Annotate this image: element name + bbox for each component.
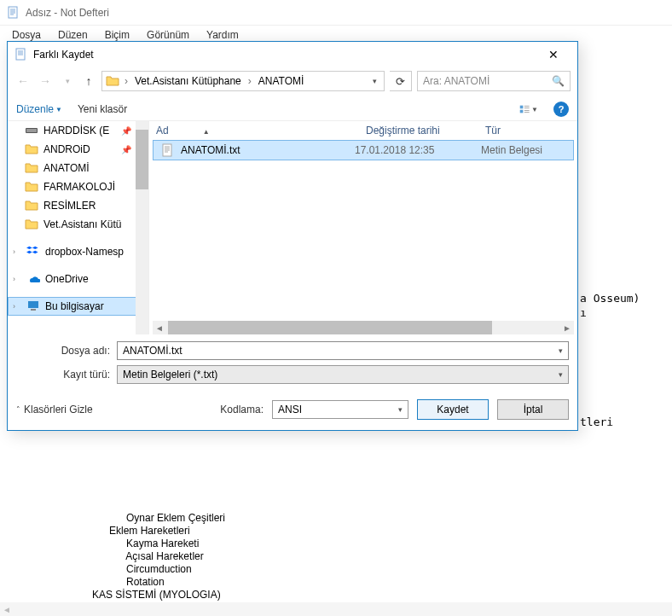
chevron-right-icon[interactable]: › bbox=[13, 275, 21, 283]
dialog-title: Farklı Kaydet bbox=[33, 49, 536, 61]
column-headers: Ad▲ Değiştirme tarihi Tür bbox=[149, 121, 577, 140]
nav-back-icon[interactable]: ← bbox=[14, 74, 32, 88]
col-date[interactable]: Değiştirme tarihi bbox=[366, 125, 485, 137]
filename-label: Dosya adı: bbox=[16, 345, 110, 357]
folder-icon bbox=[25, 199, 38, 212]
file-list[interactable]: Ad▲ Değiştirme tarihi Tür ANATOMİ.txt 17… bbox=[148, 121, 577, 334]
chevron-up-icon: ˄ bbox=[16, 405, 20, 414]
file-date: 17.01.2018 12:35 bbox=[355, 144, 474, 156]
svg-rect-5 bbox=[26, 129, 37, 132]
nav-forward-icon: → bbox=[37, 74, 54, 88]
textfile-icon bbox=[160, 143, 174, 157]
save-button[interactable]: Kaydet bbox=[417, 399, 489, 420]
onedrive-icon bbox=[26, 272, 40, 286]
tree-item-thispc[interactable]: › Bu bilgisayar bbox=[8, 297, 148, 316]
file-row[interactable]: ANATOMİ.txt 17.01.2018 12:35 Metin Belge… bbox=[153, 140, 574, 160]
nav-up-icon[interactable]: ↑ bbox=[81, 74, 96, 88]
crumb-2[interactable]: ANATOMİ bbox=[257, 75, 306, 87]
tree-item-harddisk[interactable]: HARDDİSK (E📌 bbox=[8, 121, 148, 140]
tree-item-onedrive[interactable]: › OneDrive bbox=[8, 270, 148, 288]
tree-item-farmakoloji[interactable]: FARMAKOLOJİ bbox=[8, 177, 148, 196]
svg-rect-6 bbox=[28, 301, 38, 308]
file-name: ANATOMİ.txt bbox=[181, 144, 348, 156]
col-name[interactable]: Ad▲ bbox=[156, 125, 366, 137]
bg-frag-tleri: tleri bbox=[580, 416, 613, 428]
breadcrumb[interactable]: › Vet.Asistanı Kütüphane › ANATOMİ ▾ bbox=[101, 71, 385, 91]
filename-form: Dosya adı: ANATOMİ.txt ▾ Kayıt türü: Met… bbox=[8, 334, 577, 392]
notepad-title: Adsız - Not Defteri bbox=[26, 7, 109, 19]
search-placeholder: Ara: ANATOMİ bbox=[423, 75, 490, 87]
sort-asc-icon: ▲ bbox=[203, 128, 210, 136]
save-as-dialog: Farklı Kaydet ✕ ← → ▾ ↑ › Vet.Asistanı K… bbox=[7, 41, 578, 431]
folder-icon bbox=[25, 218, 38, 231]
svg-rect-3 bbox=[520, 110, 524, 113]
chevron-down-icon[interactable]: ▾ bbox=[559, 370, 563, 379]
scroll-left-icon[interactable]: ◄ bbox=[0, 605, 14, 614]
bg-frag-i: ı bbox=[580, 306, 587, 319]
dialog-button-row: ˄Klasörleri Gizle Kodlama: ANSI ▾ Kaydet… bbox=[8, 392, 577, 430]
folder-icon bbox=[25, 142, 38, 156]
chevron-down-icon[interactable]: ▾ bbox=[398, 405, 403, 414]
new-folder-button[interactable]: Yeni klasör bbox=[78, 103, 127, 115]
scroll-right-icon[interactable]: ► bbox=[560, 323, 574, 333]
chevron-right-icon[interactable]: › bbox=[13, 247, 21, 256]
scroll-thumb[interactable] bbox=[168, 321, 492, 334]
hide-folders-toggle[interactable]: ˄Klasörleri Gizle bbox=[16, 404, 93, 416]
horizontal-scrollbar[interactable]: ◄ bbox=[0, 602, 672, 616]
svg-rect-7 bbox=[31, 309, 36, 311]
chevron-right-icon[interactable]: › bbox=[246, 75, 253, 87]
notepad-icon bbox=[7, 6, 20, 20]
nav-recent-icon[interactable]: ▾ bbox=[59, 77, 76, 85]
organize-menu[interactable]: Düzenle▼ bbox=[16, 103, 62, 115]
folder-icon bbox=[106, 74, 119, 88]
refresh-button[interactable]: ⟳ bbox=[390, 71, 412, 91]
dialog-titlebar: Farklı Kaydet ✕ bbox=[8, 42, 577, 67]
tree-item-resimler[interactable]: RESİMLER bbox=[8, 196, 148, 215]
close-button[interactable]: ✕ bbox=[536, 44, 571, 65]
tree-item-android[interactable]: ANDROiD📌 bbox=[8, 140, 148, 159]
tree-item-dropbox[interactable]: › dropbox-Namesp bbox=[8, 242, 148, 261]
file-type: Metin Belgesi bbox=[481, 144, 566, 156]
chevron-down-icon[interactable]: ▾ bbox=[369, 77, 380, 85]
folder-icon bbox=[25, 180, 38, 194]
dialog-toolbar: Düzenle▼ Yeni klasör ▼ ? bbox=[8, 98, 577, 121]
filelist-hscrollbar[interactable]: ◄ ► bbox=[153, 321, 574, 334]
filetype-label: Kayıt türü: bbox=[16, 369, 110, 381]
dropbox-icon bbox=[26, 245, 40, 259]
notepad-icon bbox=[14, 48, 28, 61]
folder-icon bbox=[25, 161, 38, 175]
thispc-icon bbox=[26, 299, 40, 313]
tree-scrollbar[interactable] bbox=[136, 121, 148, 334]
filename-input[interactable]: ANATOMİ.txt ▾ bbox=[117, 341, 569, 360]
encoding-select[interactable]: ANSI ▾ bbox=[272, 400, 408, 419]
svg-rect-2 bbox=[520, 106, 524, 109]
scroll-left-icon[interactable]: ◄ bbox=[153, 323, 166, 333]
notepad-titlebar: Adsız - Not Defteri bbox=[0, 0, 672, 26]
view-options-button[interactable]: ▼ bbox=[519, 102, 538, 117]
chevron-right-icon[interactable]: › bbox=[123, 75, 130, 87]
tree-item-vetkutu[interactable]: Vet.Asistanı Kütü bbox=[8, 215, 148, 234]
crumb-1[interactable]: Vet.Asistanı Kütüphane bbox=[133, 75, 243, 87]
encoding-label: Kodlama: bbox=[220, 404, 264, 416]
col-type[interactable]: Tür bbox=[485, 125, 571, 137]
search-input[interactable]: Ara: ANATOMİ 🔍 bbox=[417, 71, 571, 91]
chevron-down-icon[interactable]: ▾ bbox=[559, 346, 563, 355]
folder-tree[interactable]: HARDDİSK (E📌 ANDROiD📌 ANATOMİ FARMAKOLOJ… bbox=[8, 121, 148, 334]
filetype-select[interactable]: Metin Belgeleri (*.txt) ▾ bbox=[117, 365, 569, 384]
bg-frag-osseum: a Osseum) bbox=[580, 292, 640, 305]
search-icon: 🔍 bbox=[552, 75, 565, 87]
tree-item-anatomi[interactable]: ANATOMİ bbox=[8, 159, 148, 177]
drive-icon bbox=[25, 124, 38, 137]
chevron-right-icon[interactable]: › bbox=[13, 302, 21, 311]
help-button[interactable]: ? bbox=[553, 102, 569, 117]
cancel-button[interactable]: İptal bbox=[497, 399, 569, 420]
address-bar-row: ← → ▾ ↑ › Vet.Asistanı Kütüphane › ANATO… bbox=[8, 67, 577, 98]
